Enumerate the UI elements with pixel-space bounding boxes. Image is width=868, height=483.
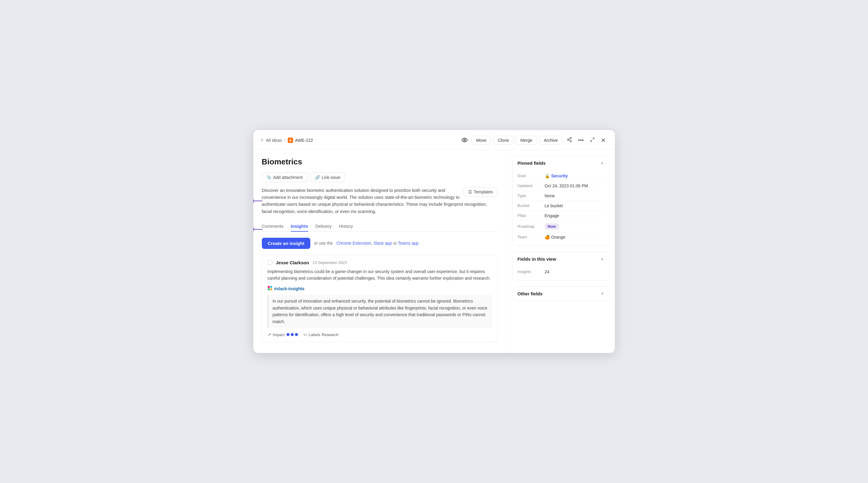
breadcrumb-current: A AWE-222 bbox=[288, 138, 313, 143]
move-button[interactable]: Move bbox=[471, 136, 491, 145]
svg-point-2 bbox=[567, 139, 569, 141]
fields-in-view-section: 4 Fields in this view ∧ Insights 24 bbox=[513, 252, 609, 281]
breadcrumb-badge: A bbox=[288, 138, 293, 143]
tab-history[interactable]: History bbox=[339, 221, 353, 232]
modal-header: ⠿ All ideas / A AWE-222 Move Clone Merge… bbox=[253, 130, 615, 150]
create-insight-bar: Create an insight or use the Chrome Exte… bbox=[262, 238, 498, 249]
link-issue-label: Link issue bbox=[322, 175, 340, 180]
svg-point-0 bbox=[464, 139, 466, 141]
field-value-insights: 24 bbox=[545, 269, 550, 274]
tag-icon: 🏷 bbox=[303, 333, 307, 337]
field-label-roadmap: Roadmap bbox=[518, 224, 545, 229]
share-button[interactable] bbox=[565, 136, 574, 145]
fields-in-view-body: Insights 24 bbox=[513, 266, 609, 280]
description-text: Discover an innovative biometric authent… bbox=[262, 187, 498, 215]
chrome-extension-link[interactable]: Chrome Extension bbox=[336, 241, 371, 246]
breadcrumb: ⠿ All ideas / A AWE-222 bbox=[260, 138, 313, 143]
fields-in-view-header[interactable]: Fields in this view ∧ bbox=[513, 252, 609, 266]
tabs-section: 2 Comments Insights Delivery History Cre… bbox=[262, 221, 498, 342]
extension-links: Chrome Extension, Slack app or Teams app bbox=[336, 241, 418, 246]
clone-button[interactable]: Clone bbox=[494, 136, 514, 145]
slack-channel-link[interactable]: #slack-insights bbox=[268, 286, 492, 292]
field-row-type: Type None bbox=[518, 191, 604, 201]
modal-body: Biometrics 📎 Add attachment 🔗 Link issue… bbox=[253, 150, 615, 353]
tab-delivery[interactable]: Delivery bbox=[315, 221, 332, 232]
field-label-type: Type bbox=[518, 193, 545, 198]
svg-rect-10 bbox=[268, 288, 270, 290]
insight-entry: Jesse Clarkson 23 September 2023 Impleme… bbox=[262, 255, 498, 342]
step-1-indicator: 1 bbox=[253, 197, 262, 205]
labels-item: 🏷 Labels Research bbox=[303, 333, 339, 337]
dot-3 bbox=[295, 333, 298, 336]
other-fields-header[interactable]: Other fields ∧ bbox=[513, 287, 609, 301]
breadcrumb-separator: / bbox=[284, 138, 285, 143]
template-icon: ☰ bbox=[468, 190, 472, 194]
slack-content: In our pursuit of innovation and enhance… bbox=[268, 295, 492, 328]
description-section: 1 ☰ Templates Discover an innovative bio… bbox=[262, 187, 498, 215]
link-icon: 🔗 bbox=[315, 175, 320, 180]
field-label-team: Team bbox=[518, 235, 545, 239]
tab-insights[interactable]: Insights bbox=[291, 221, 308, 232]
expand-button[interactable] bbox=[588, 136, 596, 145]
slack-app-link[interactable]: Slack app bbox=[373, 241, 392, 246]
watch-button[interactable] bbox=[460, 136, 469, 145]
breadcrumb-all-ideas[interactable]: All ideas bbox=[266, 138, 282, 143]
insight-author: Jesse Clarkson bbox=[276, 260, 309, 265]
toolbar: 📎 Add attachment 🔗 Link issue bbox=[262, 173, 498, 182]
dot-2 bbox=[291, 333, 294, 336]
add-attachment-button[interactable]: 📎 Add attachment bbox=[262, 173, 307, 182]
field-value-roadmap: Now bbox=[545, 223, 559, 230]
tab-comments[interactable]: Comments bbox=[262, 221, 284, 232]
sidebar: 3 Pinned fields ∧ Goal 🔒 Security bbox=[506, 150, 615, 353]
more-options-button[interactable]: ••• bbox=[576, 136, 586, 145]
step-4-indicator: 4 bbox=[609, 262, 609, 270]
field-row-goal: Goal 🔒 Security bbox=[518, 171, 604, 181]
pinned-fields-header[interactable]: Pinned fields ∧ bbox=[513, 156, 609, 170]
insight-date: 23 September 2023 bbox=[313, 260, 347, 265]
step-4-line bbox=[609, 266, 609, 266]
create-insight-button[interactable]: Create an insight bbox=[262, 238, 311, 249]
fields-in-view-chevron: ∧ bbox=[601, 257, 604, 261]
impact-item: ↗ Impact bbox=[268, 332, 298, 337]
field-label-insights: Insights bbox=[518, 269, 545, 274]
fields-in-view-title: Fields in this view bbox=[518, 256, 556, 261]
team-emoji: 🍊 bbox=[545, 235, 550, 239]
team-text: Orange bbox=[551, 235, 565, 239]
labels-label: Labels bbox=[309, 333, 320, 337]
step-5-line bbox=[609, 293, 609, 294]
other-fields-title: Other fields bbox=[518, 291, 542, 296]
pinned-fields-title: Pinned fields bbox=[518, 161, 546, 166]
svg-line-6 bbox=[593, 138, 594, 139]
field-label-bucket: Bucket bbox=[518, 203, 545, 208]
paperclip-icon: 📎 bbox=[266, 175, 272, 180]
field-value-pillar: Engage bbox=[545, 213, 559, 218]
pinned-fields-body: Goal 🔒 Security Updated Oct 24, 2023 01:… bbox=[513, 170, 609, 246]
svg-rect-11 bbox=[270, 288, 272, 290]
field-row-insights: Insights 24 bbox=[518, 267, 604, 277]
svg-line-5 bbox=[568, 139, 570, 139]
field-row-roadmap: Roadmap Now bbox=[518, 221, 604, 232]
templates-button[interactable]: ☰ Templates bbox=[464, 187, 498, 197]
field-value-type: None bbox=[545, 193, 555, 198]
archive-button[interactable]: Archive bbox=[539, 136, 562, 145]
merge-button[interactable]: Merge bbox=[516, 136, 537, 145]
teams-app-link[interactable]: Teams app bbox=[398, 241, 418, 246]
other-fields-section: 5 Other fields ∧ bbox=[513, 287, 609, 301]
step-5-indicator: 5 bbox=[609, 290, 609, 297]
other-fields-chevron: ∧ bbox=[601, 291, 604, 296]
field-label-pillar: Pillar bbox=[518, 213, 545, 218]
field-value-bucket: Le bucket bbox=[545, 203, 563, 208]
field-value-team: 🍊 Orange bbox=[545, 235, 565, 239]
link-issue-button[interactable]: 🔗 Link issue bbox=[310, 173, 345, 182]
insight-entry-header: Jesse Clarkson 23 September 2023 bbox=[268, 260, 492, 265]
modal-container: ⠿ All ideas / A AWE-222 Move Clone Merge… bbox=[253, 130, 615, 353]
templates-label: Templates bbox=[474, 190, 493, 194]
insight-meta: ↗ Impact 🏷 Labels bbox=[268, 332, 492, 337]
close-button[interactable]: ✕ bbox=[599, 136, 608, 145]
add-attachment-label: Add attachment bbox=[273, 175, 303, 180]
insight-checkbox[interactable] bbox=[268, 260, 272, 265]
research-label: Research bbox=[322, 333, 339, 337]
breadcrumb-id: AWE-222 bbox=[295, 138, 313, 143]
step-1-line bbox=[254, 201, 262, 201]
slack-icon bbox=[268, 286, 272, 292]
